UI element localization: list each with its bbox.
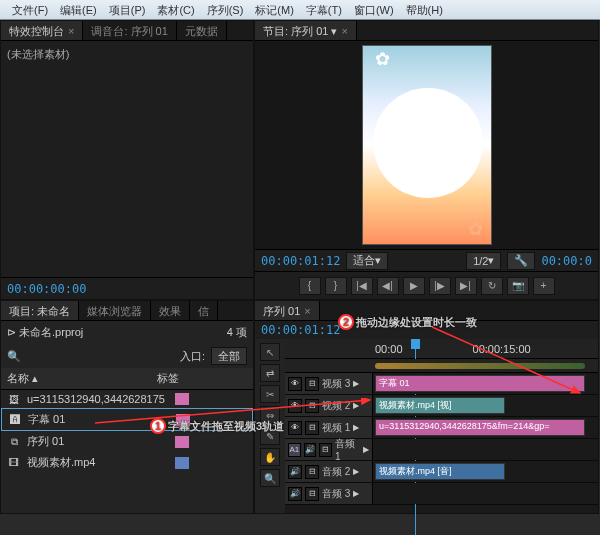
clip-video[interactable]: 视频素材.mp4 [视] <box>375 397 505 414</box>
menu-title[interactable]: 字幕(T) <box>300 0 348 19</box>
no-selection-text: (未选择素材) <box>1 41 253 277</box>
effect-controls-panel: 特效控制台× 调音台: 序列 01 元数据 (未选择素材) 00:00:00:0… <box>0 20 254 300</box>
time-ruler[interactable]: 00:0000:00:15:00 <box>285 339 598 359</box>
video-frame: ✿ ✿ <box>362 45 492 245</box>
flower-icon: ✿ <box>375 48 390 70</box>
title-icon: 🅰 <box>8 414 22 426</box>
item-count: 4 项 <box>227 325 247 340</box>
sync-lock-icon[interactable]: ⊟ <box>305 399 319 413</box>
slip-tool[interactable]: ⇔ <box>260 406 280 424</box>
step-back-button[interactable]: ◀| <box>377 277 399 295</box>
menu-edit[interactable]: 编辑(E) <box>54 0 103 19</box>
in-label: 入口: <box>180 349 205 364</box>
video-preview[interactable]: ✿ ✿ <box>255 41 598 249</box>
label-swatch[interactable] <box>175 393 189 405</box>
sync-lock-icon[interactable]: ⊟ <box>319 443 332 457</box>
menu-sequence[interactable]: 序列(S) <box>201 0 250 19</box>
clip-audio[interactable]: 视频素材.mp4 [音] <box>375 463 505 480</box>
close-icon[interactable]: × <box>341 25 347 37</box>
export-frame-button[interactable]: 📷 <box>507 277 529 295</box>
label-swatch[interactable] <box>176 414 190 426</box>
speaker-icon[interactable]: 🔊 <box>288 465 302 479</box>
label-swatch[interactable] <box>175 436 189 448</box>
zoom-tool[interactable]: 🔍 <box>260 469 280 487</box>
go-out-button[interactable]: ▶| <box>455 277 477 295</box>
menu-clip[interactable]: 素材(C) <box>151 0 200 19</box>
menu-project[interactable]: 项目(P) <box>103 0 152 19</box>
go-in-button[interactable]: |◀ <box>351 277 373 295</box>
label-swatch[interactable] <box>175 457 189 469</box>
item-name: 视频素材.mp4 <box>27 455 169 470</box>
list-item[interactable]: ⧉ 序列 01 <box>1 431 253 452</box>
eye-icon[interactable]: 👁 <box>288 377 302 391</box>
program-monitor: 节目: 序列 01 ▾× ✿ ✿ 00:00:01:12 适合 ▾ 1/2 ▾ … <box>254 20 599 300</box>
sync-lock-icon[interactable]: ⊟ <box>305 487 319 501</box>
search-icon[interactable]: 🔍 <box>7 350 21 363</box>
step-fwd-button[interactable]: |▶ <box>429 277 451 295</box>
zoom-fit[interactable]: 适合 ▾ <box>346 252 388 270</box>
clip-image[interactable]: u=3115312940,3442628175&fm=214&gp= <box>375 419 585 436</box>
timeline-timecode[interactable]: 00:00:01:12 <box>261 323 340 337</box>
item-name: 序列 01 <box>27 434 169 449</box>
mark-out-button[interactable]: } <box>325 277 347 295</box>
circle-mask <box>373 88 483 198</box>
list-item[interactable]: 🖼 u=3115312940,3442628175 <box>1 390 253 408</box>
clip-title[interactable]: 字幕 01 <box>375 375 585 392</box>
menu-marker[interactable]: 标记(M) <box>249 0 300 19</box>
speaker-icon[interactable]: 🔊 <box>304 443 317 457</box>
menu-window[interactable]: 窗口(W) <box>348 0 400 19</box>
tab-effect-controls[interactable]: 特效控制台× <box>1 21 83 40</box>
timeline-panel: 序列 01× 00:00:01:12 ↖ ⇄ ✂ ⇔ ✎ ✋ 🔍 00:0000… <box>254 300 599 514</box>
tab-metadata[interactable]: 元数据 <box>177 21 227 40</box>
selection-tool[interactable]: ↖ <box>260 343 280 361</box>
play-button[interactable]: ▶ <box>403 277 425 295</box>
tab-info[interactable]: 信 <box>190 301 218 320</box>
overflow-button[interactable]: + <box>533 277 555 295</box>
mark-in-button[interactable]: { <box>299 277 321 295</box>
razor-tool[interactable]: ✂ <box>260 385 280 403</box>
filter-all[interactable]: 全部 <box>211 347 247 365</box>
tab-audio-mixer[interactable]: 调音台: 序列 01 <box>83 21 176 40</box>
video-icon: 🎞 <box>7 457 21 469</box>
video-track-3: 👁⊟视频 3 ▶ 字幕 01 <box>285 373 598 395</box>
settings-icon[interactable]: 🔧 <box>507 252 535 270</box>
sync-lock-icon[interactable]: ⊟ <box>305 465 319 479</box>
source-timecode[interactable]: 00:00:00:00 <box>7 282 86 296</box>
a1-patch[interactable]: A1 <box>288 443 301 457</box>
close-icon[interactable]: × <box>304 305 310 317</box>
item-name: u=3115312940,3442628175 <box>27 393 169 405</box>
tab-program[interactable]: 节目: 序列 01 ▾× <box>255 21 357 40</box>
loop-button[interactable]: ↻ <box>481 277 503 295</box>
tab-project[interactable]: 项目: 未命名 <box>1 301 79 320</box>
eye-icon[interactable]: 👁 <box>288 399 302 413</box>
resolution-half[interactable]: 1/2 ▾ <box>466 252 501 270</box>
timeline-tracks[interactable]: 00:0000:00:15:00 👁⊟视频 3 ▶ 字幕 01 👁⊟视频 2 ▶… <box>285 339 598 513</box>
project-panel: 项目: 未命名 媒体浏览器 效果 信 ⊳ 未命名.prproj 4 项 🔍 入口… <box>0 300 254 514</box>
eye-icon[interactable]: 👁 <box>288 421 302 435</box>
tab-sequence[interactable]: 序列 01× <box>255 301 320 320</box>
sync-lock-icon[interactable]: ⊟ <box>305 377 319 391</box>
menu-help[interactable]: 帮助(H) <box>400 0 449 19</box>
program-duration: 00:00:0 <box>541 254 592 268</box>
ripple-tool[interactable]: ⇄ <box>260 364 280 382</box>
tab-media-browser[interactable]: 媒体浏览器 <box>79 301 151 320</box>
work-area-bar[interactable] <box>285 359 598 373</box>
video-track-2: 👁⊟视频 2 ▶ 视频素材.mp4 [视] <box>285 395 598 417</box>
item-name: 字幕 01 <box>28 412 170 427</box>
program-timecode[interactable]: 00:00:01:12 <box>261 254 340 268</box>
menu-bar: 文件(F) 编辑(E) 项目(P) 素材(C) 序列(S) 标记(M) 字幕(T… <box>0 0 600 20</box>
col-label[interactable]: 标签 <box>157 371 217 386</box>
col-name[interactable]: 名称 ▴ <box>7 371 157 386</box>
menu-file[interactable]: 文件(F) <box>6 0 54 19</box>
list-item[interactable]: 🎞 视频素材.mp4 <box>1 452 253 473</box>
speaker-icon[interactable]: 🔊 <box>288 487 302 501</box>
pen-tool[interactable]: ✎ <box>260 427 280 445</box>
sync-lock-icon[interactable]: ⊟ <box>305 421 319 435</box>
list-item[interactable]: 🅰 字幕 01 <box>1 408 253 431</box>
flower-icon: ✿ <box>468 218 483 240</box>
tool-palette: ↖ ⇄ ✂ ⇔ ✎ ✋ 🔍 <box>255 339 285 513</box>
tab-effects[interactable]: 效果 <box>151 301 190 320</box>
close-icon[interactable]: × <box>68 25 74 37</box>
hand-tool[interactable]: ✋ <box>260 448 280 466</box>
video-track-1: 👁⊟视频 1 ▶ u=3115312940,3442628175&fm=214&… <box>285 417 598 439</box>
